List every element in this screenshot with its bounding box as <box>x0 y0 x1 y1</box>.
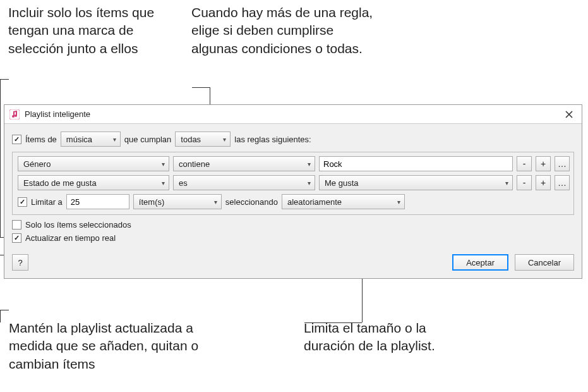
rules-container: Género ▾ contiene ▾ - + … Estado de me g… <box>12 152 574 215</box>
rule-more-button[interactable]: … <box>555 156 570 171</box>
limit-mode-value: aleatoriamente <box>287 197 342 207</box>
chevron-down-icon: ▾ <box>223 136 226 143</box>
rule-value-input[interactable] <box>319 156 513 171</box>
seleccionando-label: seleccionando <box>225 197 278 207</box>
dialog-content: Ítems de música ▾ que cumplan todas ▾ la… <box>4 124 582 278</box>
callout-live-update: Mantén la playlist actualizada a medida … <box>9 319 217 373</box>
rule-operator-select[interactable]: contiene ▾ <box>173 156 315 171</box>
live-update-checkbox[interactable] <box>12 233 21 243</box>
rule-field-value: Género <box>23 159 51 169</box>
chevron-down-icon: ▾ <box>308 161 311 168</box>
callout-line <box>192 87 210 88</box>
chevron-down-icon: ▾ <box>308 180 311 187</box>
limit-label: Limitar a <box>31 197 63 207</box>
limit-checkbox[interactable] <box>18 197 27 207</box>
rule-field-value: Estado de me gusta <box>23 178 97 188</box>
add-rule-button[interactable]: + <box>536 156 551 171</box>
cancel-button[interactable]: Cancelar <box>515 254 574 271</box>
las-reglas-label: las reglas siguientes: <box>234 135 311 144</box>
dialog-footer: ? Aceptar Cancelar <box>12 254 574 271</box>
rule-row: Estado de me gusta ▾ es ▾ Me gusta ▾ - +… <box>18 175 570 190</box>
chevron-down-icon: ▾ <box>113 136 116 143</box>
add-rule-button[interactable]: + <box>536 175 551 190</box>
live-update-row: Actualizar en tiempo real <box>12 233 574 243</box>
callout-limit: Limita el tamaño o la duración de la pla… <box>304 319 462 355</box>
chevron-down-icon: ▾ <box>214 199 217 205</box>
callout-line <box>304 322 362 323</box>
match-mode-select[interactable]: todas ▾ <box>175 132 231 147</box>
items-de-label: Ítems de <box>25 135 57 144</box>
chevron-down-icon: ▾ <box>397 199 400 205</box>
rule-value-choice: Me gusta <box>325 178 358 188</box>
rule-operator-value: es <box>179 178 188 188</box>
rule-operator-select[interactable]: es ▾ <box>173 175 315 190</box>
window-title: Playlist inteligente <box>25 109 561 119</box>
remove-rule-button[interactable]: - <box>517 156 532 171</box>
media-type-value: música <box>66 135 92 144</box>
rule-more-button[interactable]: … <box>555 175 570 190</box>
callout-line <box>0 79 9 80</box>
chevron-down-icon: ▾ <box>162 180 165 187</box>
only-checked-checkbox[interactable] <box>12 220 21 230</box>
callout-line <box>0 310 1 322</box>
callout-line <box>0 79 1 237</box>
callout-line <box>0 310 9 310</box>
callout-match-mode: Cuando hay más de una regla, elige si de… <box>191 4 381 58</box>
limit-mode-select[interactable]: aleatoriamente ▾ <box>282 194 405 209</box>
rule-field-select[interactable]: Género ▾ <box>18 156 169 171</box>
rule-operator-value: contiene <box>179 159 210 169</box>
rule-value-select[interactable]: Me gusta ▾ <box>319 175 513 190</box>
live-update-label: Actualizar en tiempo real <box>25 233 116 243</box>
limit-unit-select[interactable]: ítem(s) ▾ <box>133 194 222 209</box>
limit-row: Limitar a ítem(s) ▾ seleccionando aleato… <box>18 194 570 209</box>
items-de-checkbox[interactable] <box>12 135 21 144</box>
rule-field-select[interactable]: Estado de me gusta ▾ <box>18 175 169 190</box>
limit-count-input[interactable] <box>66 194 129 209</box>
chevron-down-icon: ▾ <box>162 161 165 168</box>
match-header-row: Ítems de música ▾ que cumplan todas ▾ la… <box>12 132 574 147</box>
limit-unit-value: ítem(s) <box>139 197 164 207</box>
chevron-down-icon: ▾ <box>505 180 508 187</box>
que-cumplan-label: que cumplan <box>124 135 171 144</box>
ok-button[interactable]: Aceptar <box>452 254 508 271</box>
remove-rule-button[interactable]: - <box>517 175 532 190</box>
only-checked-label: Solo los ítems seleccionados <box>25 220 131 230</box>
callout-items-check: Incluir solo los ítems que tengan una ma… <box>8 4 169 58</box>
music-app-icon <box>9 109 20 119</box>
close-button[interactable] <box>561 107 577 122</box>
help-button[interactable]: ? <box>12 254 28 271</box>
media-type-select[interactable]: música ▾ <box>61 132 121 147</box>
only-checked-row: Solo los ítems seleccionados <box>12 220 574 230</box>
titlebar: Playlist inteligente <box>4 105 582 124</box>
match-mode-value: todas <box>181 135 201 144</box>
smart-playlist-dialog: Playlist inteligente Ítems de música ▾ q… <box>4 104 582 279</box>
rule-row: Género ▾ contiene ▾ - + … <box>18 156 570 171</box>
